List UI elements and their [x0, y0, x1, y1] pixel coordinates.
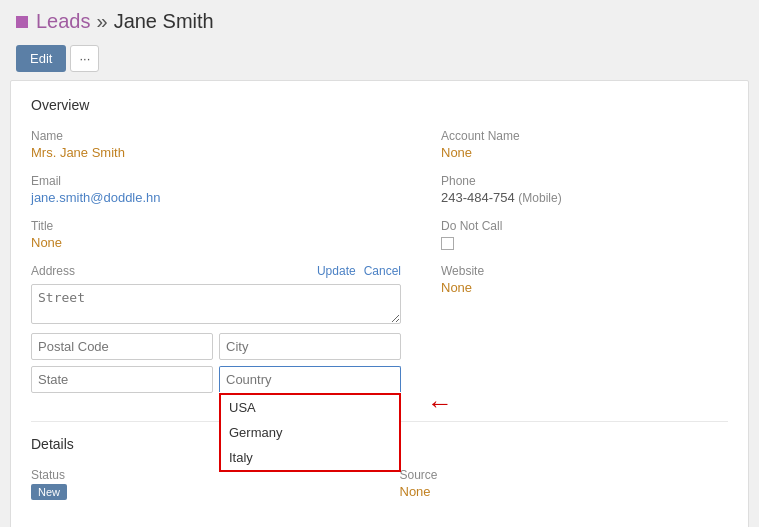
country-input[interactable] [219, 366, 401, 392]
breadcrumb-leads[interactable]: Leads [36, 10, 91, 33]
address-header: Address Update Cancel [31, 264, 401, 278]
update-link[interactable]: Update [317, 264, 356, 278]
do-not-call-checkbox[interactable] [441, 237, 454, 250]
country-option-italy[interactable]: Italy [221, 445, 399, 470]
street-input[interactable] [31, 284, 401, 324]
country-dropdown: USA Germany Italy [219, 393, 401, 472]
do-not-call-field-group: Do Not Call [441, 219, 728, 250]
name-label: Name [31, 129, 401, 143]
address-label: Address [31, 264, 317, 278]
more-button[interactable]: ··· [70, 45, 99, 72]
phone-number: 243-484-754 [441, 190, 515, 205]
email-value[interactable]: jane.smith@doddle.hn [31, 190, 401, 205]
address-field-group: Address Update Cancel USA [31, 264, 401, 393]
main-card: Overview Name Mrs. Jane Smith Email jane… [10, 80, 749, 527]
toolbar: Edit ··· [0, 41, 759, 80]
website-label: Website [441, 264, 728, 278]
phone-value: 243-484-754 (Mobile) [441, 190, 728, 205]
status-badge: New [31, 484, 67, 500]
do-not-call-row [441, 237, 728, 250]
email-label: Email [31, 174, 401, 188]
state-input[interactable] [31, 366, 213, 393]
country-option-usa[interactable]: USA [221, 395, 399, 420]
edit-button[interactable]: Edit [16, 45, 66, 72]
state-country-row: USA Germany Italy ← [31, 366, 401, 393]
website-field-group: Website None [441, 264, 728, 295]
overview-right-column: Account Name None Phone 243-484-754 (Mob… [431, 129, 728, 407]
status-field-group: Status New [31, 468, 360, 500]
overview-layout: Name Mrs. Jane Smith Email jane.smith@do… [31, 129, 728, 407]
do-not-call-label: Do Not Call [441, 219, 728, 233]
source-field-group: Source None [400, 468, 729, 499]
phone-field-group: Phone 243-484-754 (Mobile) [441, 174, 728, 205]
country-option-germany[interactable]: Germany [221, 420, 399, 445]
source-label: Source [400, 468, 729, 482]
overview-left-column: Name Mrs. Jane Smith Email jane.smith@do… [31, 129, 431, 407]
page-header: Leads » Jane Smith [0, 0, 759, 41]
account-name-value: None [441, 145, 728, 160]
country-wrapper: USA Germany Italy ← [219, 366, 401, 393]
city-input[interactable] [219, 333, 401, 360]
name-field-group: Name Mrs. Jane Smith [31, 129, 401, 160]
title-label: Title [31, 219, 401, 233]
details-layout: Status New Source None [31, 468, 728, 514]
source-value: None [400, 484, 729, 499]
postal-input[interactable] [31, 333, 213, 360]
details-right-column: Source None [390, 468, 729, 514]
postal-city-row [31, 333, 401, 360]
details-left-column: Status New [31, 468, 390, 514]
account-name-label: Account Name [441, 129, 728, 143]
name-value: Mrs. Jane Smith [31, 145, 401, 160]
address-actions: Update Cancel [317, 264, 401, 278]
overview-title: Overview [31, 97, 728, 113]
breadcrumb-name: Jane Smith [114, 10, 214, 33]
phone-label: Phone [441, 174, 728, 188]
cancel-link[interactable]: Cancel [364, 264, 401, 278]
title-field-group: Title None [31, 219, 401, 250]
phone-mobile-label: (Mobile) [518, 191, 561, 205]
email-field-group: Email jane.smith@doddle.hn [31, 174, 401, 205]
account-name-field-group: Account Name None [441, 129, 728, 160]
title-value: None [31, 235, 401, 250]
breadcrumb-separator: » [97, 10, 108, 33]
breadcrumb-icon [16, 16, 28, 28]
website-value: None [441, 280, 728, 295]
